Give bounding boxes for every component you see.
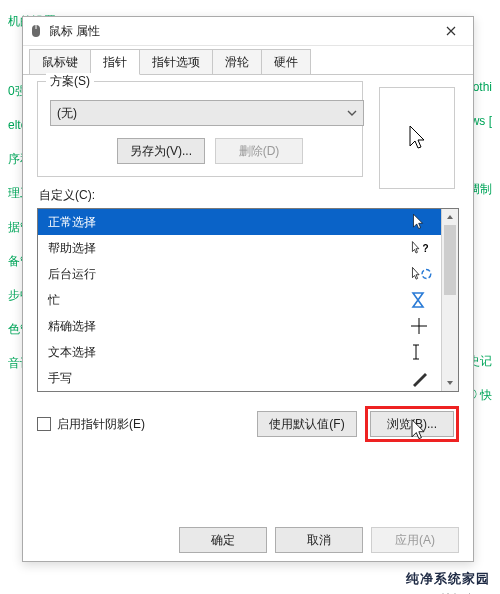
ok-button[interactable]: 确定 [179, 527, 267, 553]
scheme-label: 方案(S) [46, 73, 94, 90]
scroll-track[interactable] [442, 225, 458, 375]
list-item[interactable]: 手写 [38, 365, 441, 391]
scheme-value: (无) [57, 105, 77, 122]
svg-text:?: ? [422, 243, 428, 254]
list-item[interactable]: 精确选择 [38, 313, 441, 339]
crosshair-cursor-icon [411, 318, 429, 334]
list-item[interactable]: 正常选择 [38, 209, 441, 235]
pointer-shadow-label: 启用指针阴影(E) [57, 416, 145, 433]
svg-point-3 [422, 270, 431, 279]
chevron-down-icon [347, 108, 357, 118]
help-cursor-icon: ? [411, 239, 429, 257]
scheme-select[interactable]: (无) [50, 100, 364, 126]
tab-hardware[interactable]: 硬件 [261, 49, 311, 74]
scroll-down-icon[interactable] [442, 375, 458, 391]
list-item[interactable]: 忙 [38, 287, 441, 313]
pointer-shadow-checkbox[interactable]: 启用指针阴影(E) [37, 416, 145, 433]
dialog-title: 鼠标 属性 [49, 23, 435, 40]
cancel-button[interactable]: 取消 [275, 527, 363, 553]
use-default-button[interactable]: 使用默认值(F) [257, 411, 357, 437]
mouse-properties-dialog: 鼠标 属性 鼠标键 指针 指针选项 滑轮 硬件 方案(S) (无) 另存为(V)… [22, 16, 474, 562]
tab-wheel[interactable]: 滑轮 [212, 49, 262, 74]
tab-buttons[interactable]: 鼠标键 [29, 49, 91, 74]
tab-pointers[interactable]: 指针 [90, 49, 140, 75]
highlight-box: 浏览(B)... [365, 406, 459, 442]
arrow-cursor-icon [407, 124, 427, 152]
list-item[interactable]: 后台运行 [38, 261, 441, 287]
list-item[interactable]: 帮助选择 ? [38, 235, 441, 261]
pen-cursor-icon [411, 369, 429, 387]
mouse-icon [29, 24, 43, 38]
customize-label: 自定义(C): [39, 187, 459, 204]
list-item[interactable]: 文本选择 [38, 339, 441, 365]
tab-strip: 鼠标键 指针 指针选项 滑轮 硬件 [23, 48, 473, 75]
arrow-cursor-icon [411, 213, 429, 231]
close-button[interactable] [435, 20, 467, 42]
save-as-button[interactable]: 另存为(V)... [117, 138, 205, 164]
scrollbar[interactable] [441, 209, 458, 391]
dialog-footer: 确定 取消 应用(A) [179, 527, 459, 553]
checkbox-icon [37, 417, 51, 431]
apply-button: 应用(A) [371, 527, 459, 553]
close-icon [446, 26, 456, 36]
titlebar[interactable]: 鼠标 属性 [23, 17, 473, 46]
delete-button: 删除(D) [215, 138, 303, 164]
cursor-listbox[interactable]: 正常选择 帮助选择 ? 后台运行 忙 精确选择 [37, 208, 459, 392]
scheme-group: 方案(S) (无) 另存为(V)... 删除(D) [37, 81, 363, 177]
scroll-thumb[interactable] [444, 225, 456, 295]
scroll-up-icon[interactable] [442, 209, 458, 225]
pointer-preview [379, 87, 455, 189]
text-cursor-icon [411, 343, 429, 361]
working-cursor-icon [411, 265, 429, 283]
busy-cursor-icon [411, 291, 429, 309]
tab-pointer-options[interactable]: 指针选项 [139, 49, 213, 74]
watermark-brand: 纯净系统家园 [406, 570, 490, 588]
browse-button[interactable]: 浏览(B)... [370, 411, 454, 437]
